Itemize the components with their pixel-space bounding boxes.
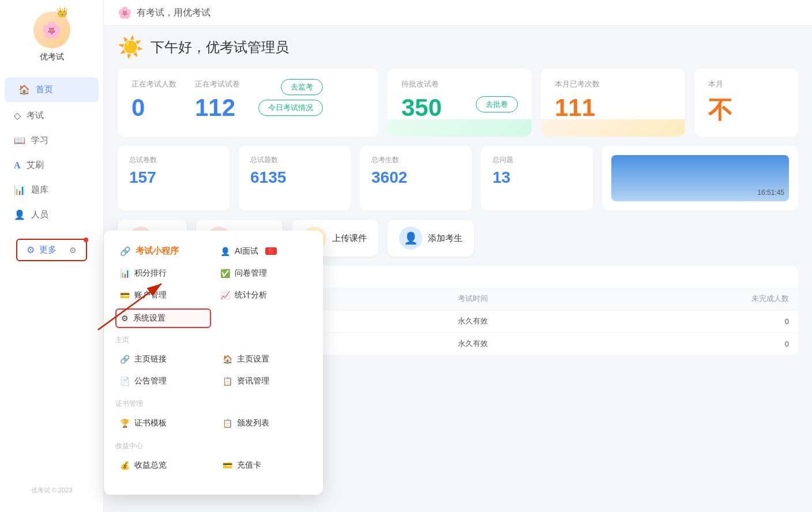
total-questions-card: 总试题数 6135 <box>239 146 351 210</box>
dropdown-news[interactable]: 📋 资讯管理 <box>218 372 311 390</box>
row-1-count: 0 <box>679 317 789 326</box>
members-icon: 👤 <box>14 209 25 220</box>
exam-action-buttons: 去监考 今日考试情况 <box>258 79 323 116</box>
sun-icon: ☀️ <box>118 35 144 59</box>
total-questions-label: 总试题数 <box>250 155 339 165</box>
ranking-label: 积分排行 <box>134 268 167 278</box>
action-add-student[interactable]: 👤 添加考生 <box>388 220 474 257</box>
sidebar-item-ai-label: 艾刷 <box>27 160 44 171</box>
dropdown-stats-analysis[interactable]: 📈 统计分析 <box>216 287 311 304</box>
dropdown-issue-list[interactable]: 📋 颁发列表 <box>218 415 311 432</box>
more-label: 更多 <box>39 244 57 255</box>
dropdown-revenue-section: 收益中心 💰 收益总览 💳 充值卡 <box>115 441 311 474</box>
ranking-icon: 📊 <box>120 269 130 278</box>
settings-label: 系统设置 <box>133 313 166 323</box>
revenue-items: 💰 收益总览 💳 充值卡 <box>115 457 311 474</box>
news-label: 资讯管理 <box>237 376 269 386</box>
mini-program-label: 考试小程序 <box>136 246 179 257</box>
monthly-label: 本月已考次数 <box>555 79 671 89</box>
issue-list-label: 颁发列表 <box>237 418 269 428</box>
more-button[interactable]: ⚙ 更多 ⚙ <box>16 239 87 261</box>
total-problems-label: 总问题 <box>493 155 581 165</box>
pending-value: 350 <box>401 94 442 122</box>
certificate-section-title: 证书管理 <box>115 399 311 409</box>
stats-icon: 📈 <box>220 291 230 300</box>
revenue-label: 收益总览 <box>134 460 167 470</box>
total-students-value: 3602 <box>371 168 460 187</box>
cert-template-icon: 🏆 <box>120 419 130 428</box>
total-students-card: 总考生数 3602 <box>360 146 472 210</box>
logo-name: 优考试 <box>40 52 64 62</box>
announcement-icon: 📄 <box>120 377 130 386</box>
survey-icon: ✅ <box>220 269 230 278</box>
issue-list-icon: 📋 <box>223 419 232 428</box>
mini-program-icon: 🔗 <box>120 246 131 257</box>
dropdown-homepage-section: 主页 🔗 主页链接 🏠 主页设置 📄 公告管理 📋 资讯管理 <box>115 335 311 390</box>
sidebar-item-home-label: 首页 <box>36 84 53 95</box>
dropdown-recharge-card[interactable]: 💳 充值卡 <box>218 457 311 474</box>
homepage-section-title: 主页 <box>115 335 311 345</box>
sidebar: 🌸 👑 优考试 🏠 首页 ◇ 考试 📖 学习 A 艾刷 📊 题库 👤 人员 ⚙ … <box>0 0 104 512</box>
sidebar-footer: 优考试 © 2023 <box>25 480 78 500</box>
dropdown-survey[interactable]: ✅ 问卷管理 <box>216 265 311 282</box>
dropdown-cert-template[interactable]: 🏆 证书模板 <box>115 415 209 432</box>
homepage-link-label: 主页链接 <box>134 354 167 364</box>
greeting-section: ☀️ 下午好，优考试管理员 <box>118 35 798 59</box>
monthly-card: 本月已考次数 111 <box>541 69 685 137</box>
dropdown-top-section: 🔗 考试小程序 👤 AI面试 🔴 📊 积分排行 ✅ 问卷管理 💳 账户管理 📈 … <box>115 242 311 328</box>
exam-icon: ◇ <box>14 110 21 121</box>
chart-time: 16:51:45 <box>757 189 784 197</box>
dropdown-revenue-overview[interactable]: 💰 收益总览 <box>115 457 209 474</box>
sidebar-item-home[interactable]: 🏠 首页 <box>5 77 99 102</box>
today-exam-button[interactable]: 今日考试情况 <box>258 100 323 116</box>
total-questions-value: 6135 <box>250 168 339 187</box>
recharge-icon: 💳 <box>223 461 232 470</box>
row-2-count: 0 <box>679 340 789 348</box>
sidebar-item-exam[interactable]: ◇ 考试 <box>0 103 103 128</box>
extra-card: 本月 不 <box>694 69 798 137</box>
header-logo: 🌸 <box>118 6 132 20</box>
recharge-label: 充值卡 <box>237 460 261 470</box>
monthly-value: 111 <box>555 94 671 122</box>
dropdown-ranking[interactable]: 📊 积分排行 <box>115 265 211 282</box>
dropdown-ai-interview[interactable]: 👤 AI面试 🔴 <box>216 242 311 260</box>
homepage-settings-label: 主页设置 <box>237 354 269 364</box>
dropdown-system-settings[interactable]: ⚙ 系统设置 <box>115 308 211 328</box>
stats-row-2: 总试卷数 157 总试题数 6135 总考生数 3602 总问题 13 16:5… <box>118 146 798 210</box>
revenue-icon: 💰 <box>120 461 130 470</box>
sidebar-item-study[interactable]: 📖 学习 <box>0 128 103 153</box>
greeting-text: 下午好，优考试管理员 <box>151 38 289 57</box>
header-title: 有考试，用优考试 <box>137 7 210 19</box>
cert-template-label: 证书模板 <box>134 418 167 428</box>
dropdown-account[interactable]: 💳 账户管理 <box>115 287 211 304</box>
sidebar-item-ai[interactable]: A 艾刷 <box>0 153 103 178</box>
row-2-time: 永久有效 <box>458 338 679 349</box>
homepage-link-icon: 🔗 <box>120 355 130 364</box>
ai-icon: A <box>14 160 21 171</box>
exam-count-label: 正在考试人数 <box>131 79 176 89</box>
monitor-button[interactable]: 去监考 <box>281 79 323 95</box>
certificate-items: 🏆 证书模板 📋 颁发列表 <box>115 415 311 432</box>
sidebar-item-members[interactable]: 👤 人员 <box>0 202 103 227</box>
dropdown-homepage-settings[interactable]: 🏠 主页设置 <box>218 351 311 368</box>
ai-badge: 🔴 <box>265 247 277 255</box>
sidebar-item-members-label: 人员 <box>31 209 48 220</box>
homepage-items: 🔗 主页链接 🏠 主页设置 📄 公告管理 📋 资讯管理 <box>115 351 311 390</box>
extra-value: 不 <box>708 94 784 126</box>
pending-label: 待批改试卷 <box>401 79 518 89</box>
row-1-time: 永久有效 <box>458 316 679 326</box>
pending-card: 待批改试卷 350 去批卷 <box>388 69 532 137</box>
dropdown-homepage-link[interactable]: 🔗 主页链接 <box>115 351 209 368</box>
col-header-time: 考试时间 <box>458 293 679 304</box>
batch-button[interactable]: 去批卷 <box>476 96 518 112</box>
account-label: 账户管理 <box>134 290 167 300</box>
dropdown-certificate-section: 证书管理 🏆 证书模板 📋 颁发列表 <box>115 399 311 432</box>
sidebar-item-questions[interactable]: 📊 题库 <box>0 178 103 202</box>
exam-count-value: 0 <box>131 94 176 122</box>
chart-card: 16:51:45 <box>602 146 798 210</box>
extra-label: 本月 <box>708 79 784 89</box>
dropdown-mini-program[interactable]: 🔗 考试小程序 <box>115 242 211 260</box>
action-add-student-label: 添加考生 <box>428 233 463 244</box>
more-grid-icon: ⚙ <box>27 244 35 255</box>
dropdown-announcement[interactable]: 📄 公告管理 <box>115 372 209 390</box>
